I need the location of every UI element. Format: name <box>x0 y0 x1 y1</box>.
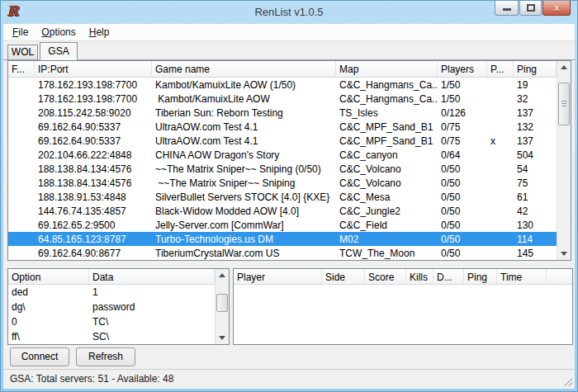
flag-cell <box>8 134 35 148</box>
column-header-ping[interactable]: Ping <box>514 61 557 77</box>
column-header-players[interactable]: Players <box>438 61 487 77</box>
map-cell: TS_Isles <box>336 106 438 120</box>
column-header-password[interactable]: P... <box>487 61 514 77</box>
ip-port-cell: 144.76.74.135:4857 <box>35 204 152 218</box>
game-name-cell: TiberiumCrystalWar.com US <box>152 246 336 260</box>
game-name-cell: Turbo-Technologies.us DM <box>152 232 336 246</box>
ping-cell: 145 <box>514 246 557 260</box>
column-header-ping[interactable]: Ping <box>464 269 497 284</box>
server-row[interactable]: 188.138.91.53:4848SilverBullet Servers S… <box>8 190 571 204</box>
scrollbar-thumb[interactable] <box>558 83 570 125</box>
server-row[interactable]: 69.162.64.90:5337UltraAOW.com Test 4.1C&… <box>8 134 571 148</box>
server-row[interactable]: 188.138.84.134:4576~~The Matrix Sniper~~… <box>8 162 571 176</box>
scroll-down-icon[interactable] <box>216 331 229 344</box>
server-row[interactable]: 202.104.66.222:4848CHINA AOW Dragon's St… <box>8 148 571 162</box>
options-list-scrollbar[interactable] <box>215 269 229 344</box>
tab-wol[interactable]: WOL <box>7 45 38 59</box>
players-cell: 0/64 <box>438 148 487 162</box>
resize-grip[interactable] <box>564 378 572 386</box>
server-list-header: F...IP:PortGame nameMapPlayersP...Ping <box>8 61 571 78</box>
server-list-body: 178.162.193.198:7700Kambot/KamuixLite AO… <box>8 78 571 260</box>
game-name-cell: Black-Widow Modded AOW [4.0] <box>152 204 336 218</box>
ping-cell: 137 <box>514 134 557 148</box>
maximize-button[interactable] <box>519 1 542 16</box>
map-cell: C&C_Field <box>336 218 438 232</box>
column-header-side[interactable]: Side <box>322 269 365 284</box>
flag-cell <box>8 148 35 162</box>
menu-options[interactable]: Options <box>35 24 82 40</box>
option-row[interactable]: 0TC\ <box>8 314 229 329</box>
server-row[interactable]: 69.162.64.90:5337UltraAOW.com Test 4.1C&… <box>8 120 571 134</box>
players-list: PlayerSideScoreKillsD...PingTime <box>233 268 573 345</box>
game-name-cell: ~~The Matrix Sniper~~ Sniping (0/50) <box>152 162 336 176</box>
map-cell: C&C_Jungle2 <box>336 204 438 218</box>
players-cell: 0/50 <box>438 218 487 232</box>
map-cell: C&C_Hangmans_Ca... <box>336 92 438 106</box>
map-cell: C&C_MPF_Sand_B1 <box>336 134 438 148</box>
flag-cell <box>8 120 35 134</box>
ip-port-cell: 178.162.193.198:7700 <box>35 92 152 106</box>
column-header-kills[interactable]: Kills <box>406 269 434 284</box>
options-list-body: ded1dg\password0TC\ff\SC\ <box>8 285 229 344</box>
server-row[interactable]: 69.162.64.90:8677TiberiumCrystalWar.com … <box>8 246 571 260</box>
scroll-up-icon[interactable] <box>216 269 229 282</box>
server-row[interactable]: 69.162.65.2:9500Jelly-Server.com [CommWa… <box>8 218 571 232</box>
column-header-time[interactable]: Time <box>497 269 547 284</box>
ping-cell: 137 <box>514 106 557 120</box>
map-cell: C&C_Mesa <box>336 190 438 204</box>
minimize-icon <box>503 8 511 11</box>
map-cell: TCW_The_Moon <box>336 246 438 260</box>
column-header-flag[interactable]: F... <box>8 61 35 77</box>
server-row[interactable]: 144.76.74.135:4857Black-Widow Modded AOW… <box>8 204 571 218</box>
server-row[interactable]: 208.115.242.58:9020Tiberian Sun: Reborn … <box>8 106 571 120</box>
close-button[interactable]: x <box>542 1 571 16</box>
password-flag-cell <box>487 120 514 134</box>
column-header-score[interactable]: Score <box>365 269 406 284</box>
column-header-game-name[interactable]: Game name <box>152 61 336 77</box>
column-header-option[interactable]: Option <box>8 269 89 284</box>
option-cell: ff\ <box>8 329 89 344</box>
server-row[interactable]: 178.162.193.198:7700 Kambot/KamuixLite A… <box>8 92 571 106</box>
menu-help[interactable]: Help <box>83 24 116 40</box>
app-icon: R <box>7 4 22 19</box>
column-header-player[interactable]: Player <box>234 269 322 284</box>
players-cell: 1/50 <box>438 78 487 92</box>
ping-cell: 42 <box>514 204 557 218</box>
map-cell: C&C_Volcano <box>336 162 438 176</box>
option-row[interactable]: dg\password <box>8 300 229 314</box>
players-cell: 0/50 <box>438 204 487 218</box>
column-header-data[interactable]: Data <box>89 269 215 284</box>
server-row[interactable]: 188.138.84.134:4576 ~~The Matrix Sniper~… <box>8 176 571 190</box>
column-header-ip-port[interactable]: IP:Port <box>35 61 152 77</box>
scroll-up-icon[interactable] <box>557 61 571 74</box>
option-row[interactable]: ded1 <box>8 285 229 300</box>
game-name-cell: Tiberian Sun: Reborn Testing <box>152 106 336 120</box>
option-cell: dg\ <box>8 300 89 314</box>
refresh-button[interactable]: Refresh <box>76 347 135 366</box>
server-row[interactable]: 178.162.193.198:7700Kambot/KamuixLite AO… <box>8 78 571 92</box>
connect-button[interactable]: Connect <box>10 347 69 366</box>
map-cell: C&C_Hangmans_Ca... <box>336 78 438 92</box>
password-flag-cell <box>487 106 514 120</box>
option-cell: ded <box>8 285 89 300</box>
server-row[interactable]: 64.85.165.123:8787Turbo-Technologies.us … <box>8 232 571 246</box>
scrollbar-thumb[interactable] <box>216 294 228 312</box>
titlebar[interactable]: R RenList v1.0.5 x <box>1 1 577 24</box>
game-name-cell: ~~The Matrix Sniper~~ Sniping <box>152 176 336 190</box>
password-flag-cell <box>487 190 514 204</box>
menu-file[interactable]: File <box>6 24 35 40</box>
players-cell: 0/50 <box>438 232 487 246</box>
data-cell: SC\ <box>89 329 215 344</box>
option-cell: 0 <box>8 314 89 329</box>
option-row[interactable]: ff\SC\ <box>8 329 229 344</box>
tab-gsa[interactable]: GSA <box>40 42 78 60</box>
server-list-scrollbar[interactable] <box>557 61 571 260</box>
column-header-deaths[interactable]: D... <box>434 269 464 284</box>
scroll-down-icon[interactable] <box>557 247 571 260</box>
game-name-cell: Jelly-Server.com [CommWar] <box>152 218 336 232</box>
game-name-cell: UltraAOW.com Test 4.1 <box>152 120 336 134</box>
column-header-map[interactable]: Map <box>336 61 438 77</box>
flag-cell <box>8 176 35 190</box>
minimize-button[interactable] <box>495 1 519 16</box>
players-list-header: PlayerSideScoreKillsD...PingTime <box>234 269 572 285</box>
